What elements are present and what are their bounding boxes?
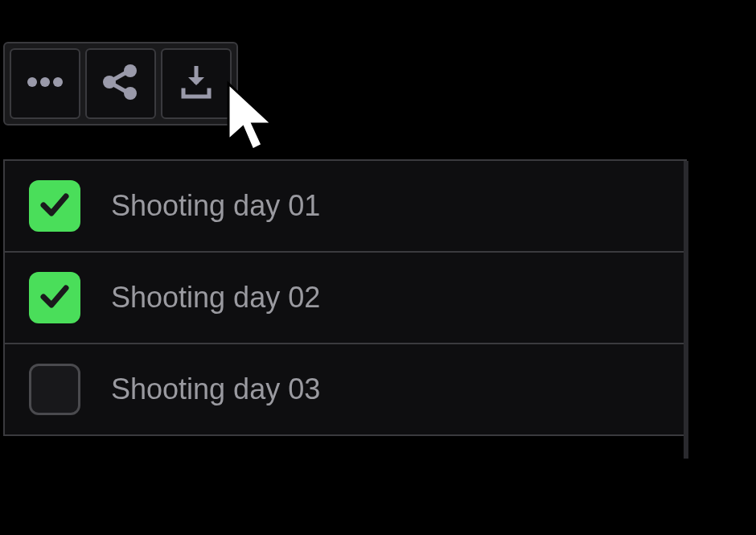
list-item-label: Shooting day 02	[111, 281, 320, 315]
svg-line-6	[113, 72, 126, 80]
scrollbar[interactable]	[684, 161, 688, 459]
share-icon	[100, 61, 142, 106]
checkbox[interactable]	[29, 180, 80, 232]
svg-line-7	[113, 84, 126, 92]
selection-list: Shooting day 01 Shooting day 02 Shooting…	[3, 159, 687, 436]
list-item[interactable]: Shooting day 02	[5, 253, 685, 344]
more-options-button[interactable]	[10, 48, 80, 119]
list-item-label: Shooting day 01	[111, 189, 320, 223]
svg-point-1	[40, 77, 50, 87]
more-horizontal-icon	[24, 61, 66, 106]
svg-point-3	[124, 64, 137, 77]
svg-point-5	[124, 87, 137, 100]
checkmark-icon	[37, 278, 72, 317]
svg-point-0	[27, 77, 37, 87]
checkbox[interactable]	[29, 272, 80, 323]
svg-point-2	[53, 77, 63, 87]
download-icon	[175, 61, 217, 106]
toolbar	[3, 42, 238, 126]
download-button[interactable]	[161, 48, 232, 119]
list-item[interactable]: Shooting day 01	[5, 161, 685, 253]
share-button[interactable]	[85, 48, 156, 119]
list-item[interactable]: Shooting day 03	[5, 344, 685, 434]
checkmark-icon	[37, 187, 72, 225]
list-item-label: Shooting day 03	[111, 372, 320, 406]
checkbox[interactable]	[29, 364, 80, 415]
